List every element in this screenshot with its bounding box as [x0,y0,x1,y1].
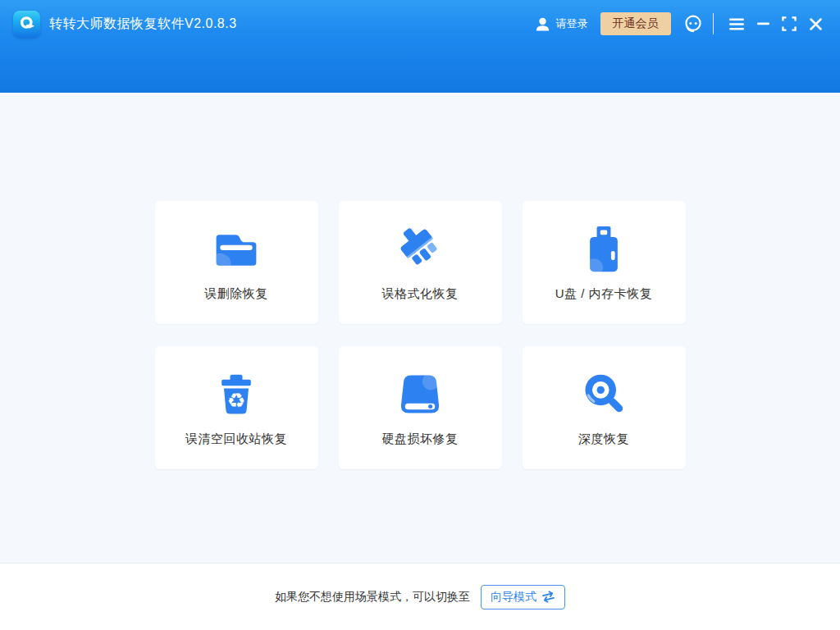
close-icon [810,18,822,30]
wizard-mode-label: 向导模式 [491,590,536,605]
app-logo-icon [13,11,40,38]
card-label: 误清空回收站恢复 [185,431,287,447]
card-label: 误删除恢复 [204,286,268,302]
titlebar-divider [713,13,714,34]
vip-button[interactable]: 开通会员 [600,12,671,35]
magnifier-icon [579,370,628,419]
menu-button[interactable] [724,11,750,37]
svg-text:♻: ♻ [227,389,246,413]
mode-hint-text: 如果您不想使用场景模式，可以切换至 [275,590,470,605]
app-window: 转转大师数据恢复软件V2.0.8.3 请登录 开通会员 [0,0,840,630]
swap-arrows-icon [541,591,555,603]
customer-service-icon[interactable] [683,14,703,34]
maximize-icon [782,16,797,31]
card-format-recovery[interactable]: 误格式化恢复 [339,201,502,324]
footer-bar: 如果您不想使用场景模式，可以切换至 向导模式 [0,563,840,630]
card-label: U盘 / 内存卡恢复 [555,286,652,302]
card-usb-recovery[interactable]: U盘 / 内存卡恢复 [523,201,686,324]
menu-icon [728,18,745,30]
folder-icon [212,225,261,274]
recycle-bin-icon: ♻ [212,370,261,419]
card-label: 硬盘损坏修复 [382,431,459,447]
card-recycle-bin-recovery[interactable]: ♻ 误清空回收站恢复 [155,346,318,469]
card-label: 深度恢复 [578,431,629,447]
main-area: 误删除恢复 误格式化恢复 [0,93,840,564]
minimize-icon [757,22,769,25]
card-deleted-recovery[interactable]: 误删除恢复 [155,201,318,324]
header: 转转大师数据恢复软件V2.0.8.3 请登录 开通会员 [0,0,840,93]
wizard-mode-button[interactable]: 向导模式 [481,585,565,609]
login-label: 请登录 [556,16,588,31]
user-icon [535,16,550,32]
card-deep-recovery[interactable]: 深度恢复 [523,346,686,469]
title-bar: 转转大师数据恢复软件V2.0.8.3 请登录 开通会员 [0,0,840,48]
app-title: 转转大师数据恢复软件V2.0.8.3 [49,16,237,33]
close-button[interactable] [802,11,829,37]
maximize-button[interactable] [776,11,802,37]
usb-drive-icon [579,225,628,274]
minimize-button[interactable] [750,11,776,37]
card-label: 误格式化恢复 [382,286,459,302]
hard-disk-icon [395,370,445,419]
login-button[interactable]: 请登录 [535,16,588,32]
brush-icon [395,225,445,274]
card-disk-repair[interactable]: 硬盘损坏修复 [339,346,502,469]
scene-grid: 误删除恢复 误格式化恢复 [0,93,840,469]
